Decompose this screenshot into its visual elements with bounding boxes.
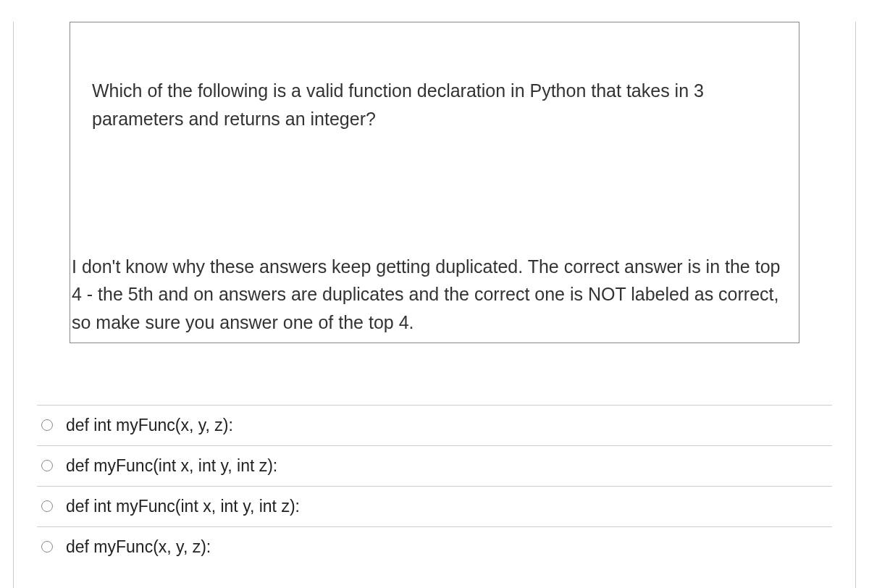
option-row[interactable]: def int myFunc(x, y, z): xyxy=(37,405,832,445)
question-note: I don't know why these answers keep gett… xyxy=(70,253,799,343)
radio-icon[interactable] xyxy=(41,541,53,553)
radio-icon[interactable] xyxy=(41,419,53,431)
question-box: Which of the following is a valid functi… xyxy=(70,22,799,343)
option-row[interactable]: def myFunc(x, y, z): xyxy=(37,526,832,567)
question-prompt: Which of the following is a valid functi… xyxy=(70,22,799,140)
options-list: def int myFunc(x, y, z): def myFunc(int … xyxy=(30,405,839,567)
option-label: def myFunc(x, y, z): xyxy=(66,537,211,557)
option-label: def myFunc(int x, int y, int z): xyxy=(66,456,277,476)
option-row[interactable]: def int myFunc(int x, int y, int z): xyxy=(37,486,832,526)
radio-icon[interactable] xyxy=(41,500,53,512)
option-label: def int myFunc(x, y, z): xyxy=(66,416,233,435)
radio-icon[interactable] xyxy=(41,460,53,471)
quiz-frame: Which of the following is a valid functi… xyxy=(13,22,856,588)
option-label: def int myFunc(int x, int y, int z): xyxy=(66,497,300,516)
option-row[interactable]: def myFunc(int x, int y, int z): xyxy=(37,445,832,486)
